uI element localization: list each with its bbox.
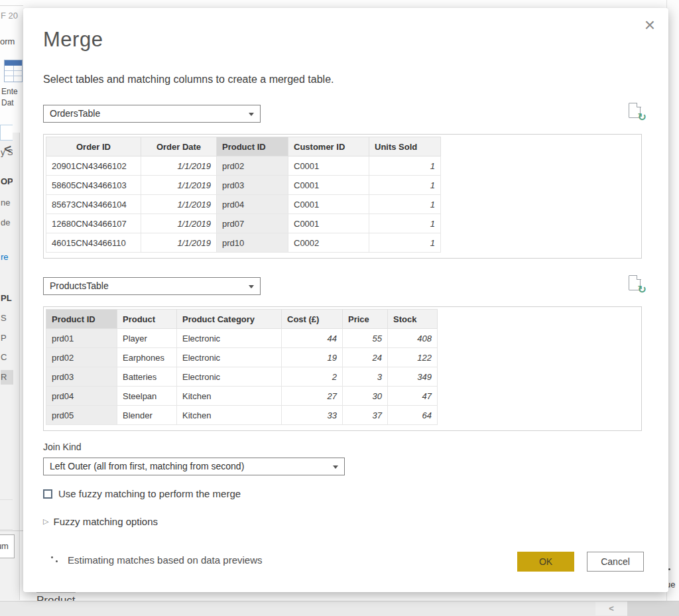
column-header[interactable]: Product Category: [177, 310, 282, 329]
cell[interactable]: 55: [343, 329, 388, 348]
cell[interactable]: 12680CN43466107: [46, 214, 141, 233]
table-row: prd04SteelpanKitchen273047: [46, 387, 639, 406]
cell[interactable]: Electronic: [177, 348, 282, 367]
cell[interactable]: C0002: [288, 233, 369, 253]
cell[interactable]: 1/1/2019: [141, 233, 217, 253]
table-row: 12680CN434661071/1/2019prd07C00011: [46, 214, 639, 233]
column-header[interactable]: Customer ID: [288, 137, 369, 156]
pane-text-fragment: ne: [1, 198, 13, 208]
cell[interactable]: Earphones: [117, 348, 177, 367]
cell[interactable]: 64: [388, 406, 438, 425]
column-header[interactable]: Product: [117, 310, 177, 329]
scrollbar-track[interactable]: [627, 601, 679, 616]
cell[interactable]: 2: [282, 367, 343, 387]
orders-preview-table: Order IDOrder DateProduct IDCustomer IDU…: [46, 137, 639, 253]
cell[interactable]: 122: [388, 348, 438, 367]
cancel-button[interactable]: Cancel: [587, 552, 644, 572]
cell[interactable]: 24: [343, 348, 388, 367]
second-table-dropdown[interactable]: ProductsTable: [43, 277, 261, 295]
enter-data-fragment-line2: Dat: [1, 98, 14, 107]
table-filler: [438, 348, 639, 367]
applied-step-fragment: C: [1, 352, 13, 362]
cell[interactable]: Kitchen: [177, 387, 282, 406]
second-table-dropdown-value: ProductsTable: [50, 280, 109, 291]
cell[interactable]: 1: [369, 233, 441, 253]
cell[interactable]: 33: [282, 406, 343, 425]
cell[interactable]: prd03: [46, 367, 117, 387]
cell[interactable]: 1: [369, 214, 441, 233]
column-header[interactable]: Product ID: [217, 137, 288, 156]
cell[interactable]: Player: [117, 329, 177, 348]
cell[interactable]: prd07: [217, 214, 288, 233]
column-header[interactable]: Order Date: [141, 137, 217, 156]
column-header[interactable]: Stock: [388, 310, 438, 329]
cell[interactable]: 408: [388, 329, 438, 348]
column-header[interactable]: Cost (£): [282, 310, 343, 329]
merge-dialog: × Merge Select tables and matching colum…: [23, 8, 668, 592]
cell[interactable]: 1/1/2019: [141, 176, 217, 195]
cell[interactable]: 1: [369, 156, 441, 176]
close-icon[interactable]: ×: [645, 17, 655, 33]
cell[interactable]: 1/1/2019: [141, 195, 217, 214]
join-kind-label: Join Kind: [43, 442, 82, 452]
pane-text-fragment: OP: [1, 176, 13, 186]
cell[interactable]: C0001: [288, 214, 369, 233]
pane-link-fragment: re: [1, 252, 13, 262]
cell[interactable]: 37: [343, 406, 388, 425]
refresh-preview-button[interactable]: ↻: [627, 275, 646, 294]
cell[interactable]: 1: [369, 176, 441, 195]
cell[interactable]: prd05: [46, 406, 117, 425]
table-row: prd02EarphonesElectronic1924122: [46, 348, 639, 367]
cell[interactable]: prd03: [217, 176, 288, 195]
fuzzy-matching-checkbox-label: Use fuzzy matching to perform the merge: [58, 488, 241, 499]
cell[interactable]: prd10: [217, 233, 288, 253]
cell[interactable]: prd04: [46, 387, 117, 406]
cell[interactable]: prd04: [217, 195, 288, 214]
refresh-preview-button[interactable]: ↻: [627, 102, 646, 122]
cell[interactable]: 85673CN43466104: [46, 195, 141, 214]
horizontal-scrollbar[interactable]: [0, 601, 679, 616]
cell[interactable]: 19: [282, 348, 343, 367]
cell[interactable]: 27: [282, 387, 343, 406]
cell[interactable]: 30: [343, 387, 388, 406]
table-grid-icon: [4, 60, 23, 82]
dialog-subtitle: Select tables and matching columns to cr…: [43, 74, 334, 86]
scroll-left-arrow-icon[interactable]: <: [595, 602, 627, 615]
join-kind-dropdown[interactable]: Left Outer (all from first, matching fro…: [43, 458, 345, 475]
fuzzy-matching-checkbox-row[interactable]: Use fuzzy matching to perform the merge: [43, 488, 241, 499]
cell[interactable]: 1/1/2019: [141, 156, 217, 176]
cell[interactable]: Electronic: [177, 329, 282, 348]
column-header[interactable]: Units Sold: [369, 137, 441, 156]
cell[interactable]: prd01: [46, 329, 117, 348]
app-window: F 20 orm Ente Dat < lum y S OP ne de re …: [0, 0, 679, 616]
cell[interactable]: Kitchen: [177, 406, 282, 425]
cell[interactable]: prd02: [217, 156, 288, 176]
cell[interactable]: Steelpan: [117, 387, 177, 406]
cell[interactable]: 1/1/2019: [141, 214, 217, 233]
column-header[interactable]: Product ID: [46, 310, 117, 329]
cell[interactable]: prd02: [46, 348, 117, 367]
column-header[interactable]: Order ID: [46, 137, 141, 156]
cell[interactable]: Batteries: [117, 367, 177, 387]
fuzzy-matching-checkbox[interactable]: [43, 489, 52, 499]
cell[interactable]: Electronic: [177, 367, 282, 387]
cell[interactable]: 349: [388, 367, 438, 387]
cell[interactable]: 20901CN43466102: [46, 156, 141, 176]
cell[interactable]: 46015CN43466110: [46, 233, 141, 253]
fuzzy-options-expander[interactable]: ▷ Fuzzy matching options: [43, 516, 158, 527]
cell[interactable]: 44: [282, 329, 343, 348]
cell[interactable]: 1: [369, 195, 441, 214]
ok-button[interactable]: OK: [517, 552, 574, 572]
header-row: Product IDProductProduct CategoryCost (£…: [46, 310, 639, 329]
cell[interactable]: C0001: [288, 195, 369, 214]
cell[interactable]: 3: [343, 367, 388, 387]
cell[interactable]: C0001: [288, 176, 369, 195]
cell[interactable]: Blender: [117, 406, 177, 425]
column-header[interactable]: Price: [343, 310, 388, 329]
cell[interactable]: 47: [388, 387, 438, 406]
first-table-dropdown[interactable]: OrdersTable: [43, 105, 261, 123]
products-preview-table: Product IDProductProduct CategoryCost (£…: [46, 309, 639, 425]
cell[interactable]: C0001: [288, 156, 369, 176]
cell[interactable]: 58605CN43466103: [46, 176, 141, 195]
spinner-icon: [50, 555, 60, 566]
